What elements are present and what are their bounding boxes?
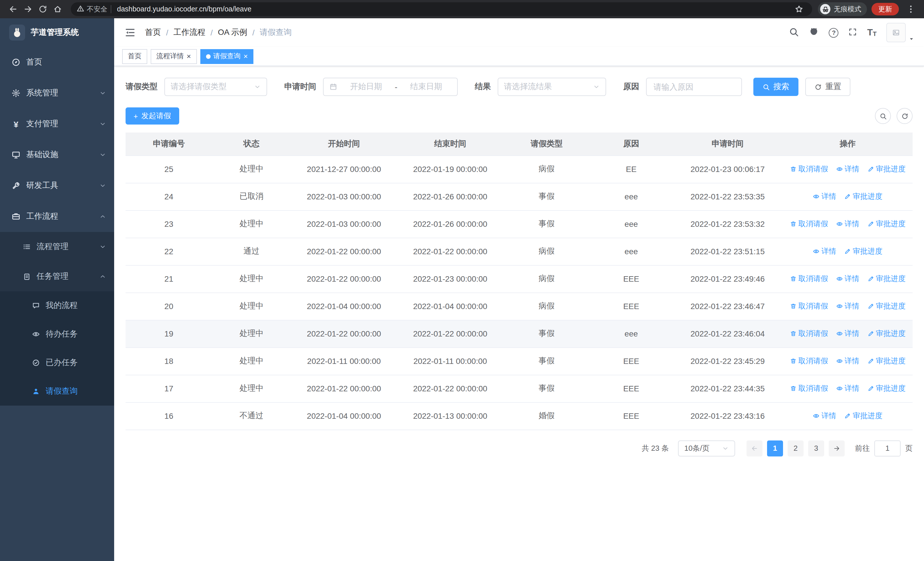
close-icon[interactable]: × (187, 53, 191, 60)
cell-reason: EEE (590, 375, 673, 402)
approval-progress-link[interactable]: 审批进度 (867, 328, 906, 339)
breadcrumb-item-home[interactable]: 首页 (145, 27, 161, 38)
sidebar-item-home[interactable]: 首页 (0, 47, 114, 78)
col-actions: 操作 (783, 132, 913, 155)
detail-link[interactable]: 详情 (813, 191, 836, 202)
sidebar-item-task-management[interactable]: 任务管理 (0, 262, 114, 291)
cell-status: 已取消 (212, 183, 291, 210)
user-menu[interactable] (886, 23, 915, 42)
pagination-page-1[interactable]: 1 (767, 440, 783, 456)
approval-progress-link[interactable]: 审批进度 (867, 219, 906, 229)
toggle-search-button[interactable] (875, 108, 891, 124)
approval-progress-link[interactable]: 审批进度 (844, 191, 882, 202)
detail-link[interactable]: 详情 (836, 164, 859, 174)
approval-progress-link[interactable]: 审批进度 (844, 411, 882, 421)
pagination-page-2[interactable]: 2 (788, 440, 804, 456)
approval-progress-link[interactable]: 审批进度 (844, 246, 882, 257)
cancel-leave-link[interactable]: 取消请假 (790, 328, 828, 339)
bookmark-star-icon[interactable] (792, 2, 806, 17)
detail-link[interactable]: 详情 (836, 328, 859, 339)
cell-type: 病假 (503, 292, 590, 320)
tab-process-detail[interactable]: 流程详情 × (151, 49, 196, 64)
detail-link[interactable]: 详情 (836, 384, 859, 394)
font-size-icon[interactable]: TT (867, 28, 877, 37)
help-icon[interactable]: ? (829, 28, 838, 38)
sidebar-item-process-management[interactable]: 流程管理 (0, 232, 114, 262)
github-icon[interactable] (809, 27, 819, 39)
tab-leave-query[interactable]: 请假查询 × (200, 49, 254, 64)
screen: 不安全 dashboard.yudao.iocoder.cn/bpm/oa/le… (0, 0, 924, 561)
cell-start: 2022-01-04 00:00:00 (291, 292, 397, 320)
browser-back-icon[interactable] (6, 2, 21, 17)
reason-input[interactable] (646, 78, 742, 96)
cell-end: 2022-01-13 00:00:00 (397, 402, 503, 430)
cancel-leave-link[interactable]: 取消请假 (790, 384, 828, 394)
security-warning-icon[interactable] (76, 4, 84, 14)
cancel-leave-link[interactable]: 取消请假 (790, 301, 828, 311)
approval-progress-link[interactable]: 审批进度 (867, 384, 906, 394)
browser-home-icon[interactable] (50, 2, 65, 17)
sidebar-item-workflow[interactable]: 工作流程 (0, 201, 114, 232)
browser-forward-icon[interactable] (21, 2, 35, 17)
detail-link[interactable]: 详情 (836, 274, 859, 284)
url-bar[interactable]: 不安全 dashboard.yudao.iocoder.cn/bpm/oa/le… (71, 2, 812, 16)
pagination-next-button[interactable] (829, 440, 844, 456)
page-size-select[interactable]: 10条/页 (678, 440, 735, 456)
url-text[interactable]: dashboard.yudao.iocoder.cn/bpm/oa/leave (117, 5, 792, 13)
breadcrumb: 首页 / 工作流程 / OA 示例 / 请假查询 (145, 27, 292, 38)
pagination-page-3[interactable]: 3 (808, 440, 824, 456)
goto-page-input[interactable] (874, 440, 901, 456)
detail-link[interactable]: 详情 (813, 246, 836, 257)
approval-progress-link[interactable]: 审批进度 (867, 356, 906, 366)
breadcrumb-item-workflow[interactable]: 工作流程 (174, 27, 206, 38)
cell-reason: EEE (590, 292, 673, 320)
result-select[interactable]: 请选择流结果 (498, 78, 606, 96)
fullscreen-icon[interactable] (848, 27, 858, 38)
search-button[interactable]: 搜索 (753, 78, 798, 96)
sidebar-item-payment-management[interactable]: ¥ 支付管理 (0, 108, 114, 139)
leave-type-select[interactable]: 请选择请假类型 (164, 78, 267, 96)
cancel-leave-link[interactable]: 取消请假 (790, 164, 828, 174)
avatar[interactable] (886, 23, 906, 42)
detail-link[interactable]: 详情 (836, 301, 859, 311)
sidebar-item-todo-tasks[interactable]: 待办任务 (0, 320, 114, 349)
sidebar-item-done-tasks[interactable]: 已办任务 (0, 349, 114, 377)
approval-progress-link[interactable]: 审批进度 (867, 164, 906, 174)
detail-link[interactable]: 详情 (836, 356, 859, 366)
cell-start: 2022-01-22 00:00:00 (291, 238, 397, 265)
create-leave-button[interactable]: + 发起请假 (126, 107, 179, 125)
close-icon[interactable]: × (243, 53, 248, 60)
browser-update-button[interactable]: 更新 (872, 3, 899, 15)
start-date-placeholder: 开始日期 (341, 82, 391, 92)
cell-reason: EEE (590, 402, 673, 430)
tab-home[interactable]: 首页 (122, 49, 147, 64)
tab-label: 流程详情 (156, 51, 184, 61)
approval-progress-link[interactable]: 审批进度 (867, 301, 906, 311)
header-search-icon[interactable] (789, 27, 799, 39)
refresh-table-button[interactable] (897, 108, 913, 124)
eye-icon (836, 358, 843, 364)
sidebar-item-dev-tools[interactable]: 研发工具 (0, 170, 114, 201)
logo[interactable]: 芋道管理系统 (0, 18, 114, 47)
date-range-picker[interactable]: 开始日期 - 结束日期 (323, 78, 458, 96)
approval-progress-link[interactable]: 审批进度 (867, 274, 906, 284)
pagination-prev-button[interactable] (747, 440, 762, 456)
cancel-leave-link[interactable]: 取消请假 (790, 356, 828, 366)
cell-applied: 2022-01-22 23:53:35 (673, 183, 783, 210)
sidebar-item-infrastructure[interactable]: 基础设施 (0, 139, 114, 170)
reset-button[interactable]: 重置 (805, 78, 850, 96)
sidebar-item-system-management[interactable]: 系统管理 (0, 78, 114, 108)
cell-type: 事假 (503, 320, 590, 347)
sidebar-item-my-processes[interactable]: 我的流程 (0, 291, 114, 320)
browser-menu-icon[interactable] (903, 2, 918, 17)
sidebar-item-leave-query[interactable]: 请假查询 (0, 377, 114, 406)
cancel-leave-link[interactable]: 取消请假 (790, 274, 828, 284)
browser-reload-icon[interactable] (35, 2, 50, 17)
cell-applied: 2022-01-22 23:46:47 (673, 292, 783, 320)
detail-link[interactable]: 详情 (836, 219, 859, 229)
detail-link[interactable]: 详情 (813, 411, 836, 421)
breadcrumb-item-oa-example[interactable]: OA 示例 (218, 27, 248, 38)
sidebar-collapse-icon[interactable] (124, 27, 136, 38)
cancel-leave-link[interactable]: 取消请假 (790, 219, 828, 229)
breadcrumb-separator: / (252, 28, 255, 37)
